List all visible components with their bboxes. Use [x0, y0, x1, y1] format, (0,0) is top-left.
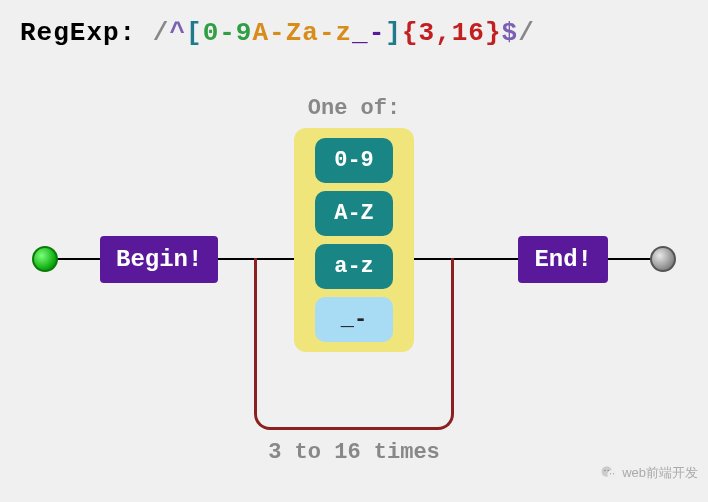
svg-point-1 [608, 470, 617, 479]
regex-quant: {3,16} [402, 18, 502, 48]
regex-header: RegExp: /^[0-9A-Za-z_-]{3,16}$/ [0, 0, 708, 48]
bracket-close: ] [385, 18, 402, 48]
svg-point-5 [613, 473, 614, 474]
watermark: web前端开发 [600, 464, 698, 482]
bracket-open: [ [186, 18, 203, 48]
start-node [32, 246, 58, 272]
svg-point-3 [608, 470, 610, 472]
regex-caret: ^ [169, 18, 186, 48]
svg-point-2 [604, 470, 606, 472]
regex-literal: _- [352, 18, 385, 48]
end-node [650, 246, 676, 272]
end-anchor: End! [518, 236, 608, 283]
range-upper: A-Z [252, 18, 302, 48]
svg-point-4 [610, 473, 611, 474]
range-digits: 0-9 [203, 18, 253, 48]
begin-anchor: Begin! [100, 236, 218, 283]
railroad-diagram: Begin! End! One of: 0-9 A-Z a-z _- 3 to … [0, 48, 708, 488]
one-of-label: One of: [0, 96, 708, 121]
title-label: RegExp: [20, 18, 136, 48]
range-box-lower: a-z [315, 244, 393, 289]
slash-close: / [518, 18, 535, 48]
regex-dollar: $ [502, 18, 519, 48]
range-box-upper: A-Z [315, 191, 393, 236]
loop-label: 3 to 16 times [0, 440, 708, 465]
range-box-digits: 0-9 [315, 138, 393, 183]
watermark-text: web前端开发 [622, 464, 698, 482]
wechat-icon [600, 464, 618, 482]
regex-code: /^[0-9A-Za-z_-]{3,16}$/ [153, 18, 535, 48]
char-class-group: 0-9 A-Z a-z _- [294, 128, 414, 352]
range-lower: a-z [302, 18, 352, 48]
slash-open: / [153, 18, 170, 48]
literal-box: _- [315, 297, 393, 342]
